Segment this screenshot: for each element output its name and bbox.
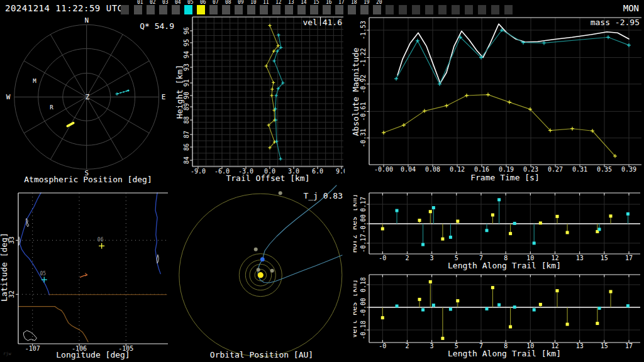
svg-text:32: 32 (8, 290, 15, 298)
frame-box-13[interactable] (285, 5, 293, 14)
frame-box-label-01: 01 (137, 0, 143, 5)
sun-dot (258, 272, 264, 278)
frame-box-label-04: 04 (175, 0, 181, 5)
frame-box-label-02: 02 (150, 0, 156, 5)
frame-box-19[interactable] (360, 5, 369, 14)
vert-res-chart: -02357810121315170.18-0.00-0.18Length Al… (353, 272, 644, 362)
frame-box-01[interactable] (134, 5, 142, 14)
atmospheric-position-chart: NESWZMRQ* 54.9Atmospheric Position [deg] (0, 18, 192, 189)
station-label-05: 05 (40, 271, 46, 277)
svg-text:0.12: 0.12 (450, 166, 465, 173)
svg-text:87: 87 (183, 131, 190, 138)
frame-box-label-05: 05 (187, 0, 194, 5)
frame-box-extra-2 (399, 5, 407, 14)
frame-box-05[interactable] (184, 5, 192, 14)
orbit-xlabel: Orbital Position [AU] (210, 350, 313, 359)
frame-box-label-07: 07 (213, 0, 219, 5)
frame-box-10[interactable] (247, 5, 255, 14)
frame-box-extra-6 (452, 5, 460, 14)
planets (254, 191, 282, 278)
polar-tracks (67, 89, 129, 126)
frame-box-15[interactable] (310, 5, 318, 14)
frame-box-18[interactable] (348, 5, 356, 14)
svg-text:6.0: 6.0 (312, 168, 323, 175)
stations: 0506 (40, 237, 104, 282)
frame-box-label-11: 11 (263, 0, 269, 5)
svg-text:-0.17: -0.17 (360, 234, 367, 253)
svg-text:0.31: 0.31 (572, 166, 587, 173)
svg-text:-0: -0 (379, 255, 386, 261)
svg-text:84: 84 (183, 156, 190, 164)
frame-box-06[interactable] (197, 5, 205, 14)
frame-indicator-strip: 0102030405060708091011121314151617181920 (0, 0, 644, 17)
svg-text:13: 13 (576, 343, 584, 349)
svg-text:2: 2 (405, 343, 409, 349)
frame-box-label-13: 13 (288, 0, 294, 5)
svg-text:17: 17 (625, 343, 633, 349)
compass-E: E (162, 93, 166, 101)
frame-box-20[interactable] (373, 5, 381, 14)
watermark-text: rjw (3, 351, 11, 356)
series-model-fit (397, 24, 629, 83)
svg-text:94: 94 (183, 51, 190, 58)
svg-text:0.04: 0.04 (401, 166, 416, 173)
frame-box-label-15: 15 (313, 0, 319, 5)
frame-box-label-10: 10 (250, 0, 257, 5)
frame-box-extra-3 (412, 5, 420, 14)
svg-text:96: 96 (183, 27, 190, 35)
meteor-ground-track (80, 273, 87, 277)
frame-box-04[interactable] (172, 5, 180, 14)
map-features (18, 193, 167, 342)
frame (190, 17, 343, 169)
frame-box-12[interactable] (272, 5, 280, 14)
svg-text:-1.53: -1.53 (360, 21, 367, 40)
body-label-M: M (33, 78, 36, 84)
frame-box-11[interactable] (260, 5, 268, 14)
svg-text:2: 2 (405, 255, 409, 261)
trail-xlabel: Trail Offset [km] (226, 173, 309, 183)
frame-box-extra-4 (425, 5, 433, 14)
frame-box-14[interactable] (297, 5, 306, 14)
frame-box-label-09: 09 (238, 0, 244, 5)
frame-box-label-19: 19 (364, 0, 370, 5)
frame-box-label-03: 03 (162, 0, 169, 5)
frame-box-label-08: 08 (225, 0, 231, 5)
svg-text:-0.92: -0.92 (360, 75, 367, 94)
svg-text:3: 3 (430, 343, 434, 349)
svg-text:0.16: 0.16 (474, 166, 489, 173)
frame-box-label-12: 12 (275, 0, 282, 5)
map-xlabel: Longitude [deg] (56, 350, 130, 359)
svg-text:17: 17 (625, 255, 633, 261)
svg-text:0.18: 0.18 (360, 277, 367, 292)
frame-box-16[interactable] (323, 5, 331, 14)
body-label-R: R (50, 104, 53, 111)
frame-box-09[interactable] (235, 5, 243, 14)
grid (192, 17, 343, 167)
mass-ylabel: Absolute Magnitude (351, 47, 360, 136)
svg-text:0.17: 0.17 (360, 197, 367, 212)
series-obs-yellow (382, 93, 617, 158)
frame-box-07[interactable] (209, 5, 218, 14)
compass-N: N (84, 18, 89, 25)
polar-xlabel: Atmospheric Position [deg] (24, 175, 152, 184)
frame-box-label-18: 18 (351, 0, 357, 5)
frame-box-08[interactable] (222, 5, 230, 14)
grid (369, 18, 641, 165)
frame-box-extra-8 (478, 5, 486, 14)
frame-box-02[interactable] (147, 5, 155, 14)
frame-box-lead (121, 5, 129, 14)
frame-box-label-20: 20 (376, 0, 382, 5)
top-status-bar: 20241214 11:22:59 UTC MON 01020304050607… (0, 0, 644, 17)
trail-offset-chart: -9.0-6.0-3.00.03.06.09.09695949391908988… (175, 16, 345, 186)
frame-box-03[interactable] (159, 5, 167, 14)
light-curve-chart: -0.000.040.080.120.160.190.230.270.310.3… (345, 16, 644, 185)
svg-text:-1.22: -1.22 (360, 48, 367, 67)
station-label-06: 06 (97, 237, 104, 243)
ground-track-map: -107-106-10533320506Longitude [deg]Latit… (0, 187, 175, 362)
map-grid (18, 193, 168, 344)
p-horz-xlabel: Length Along Trail [km] (448, 261, 561, 270)
mass-xlabel: Frame Time [s] (470, 173, 540, 182)
frame-box-17[interactable] (335, 5, 343, 14)
compass-Z: Z (86, 93, 90, 101)
frame-box-label-16: 16 (326, 0, 332, 5)
